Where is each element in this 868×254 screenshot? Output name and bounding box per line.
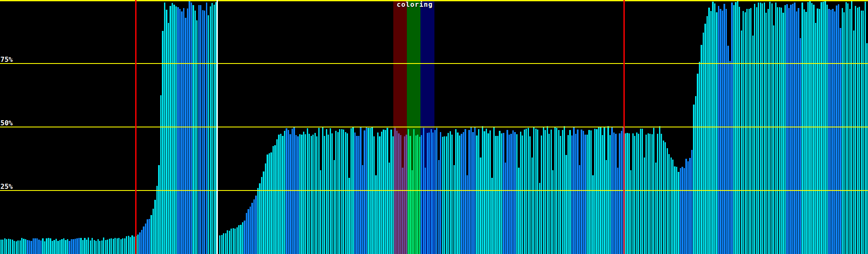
histogram-bar [183, 8, 184, 254]
histogram-bar [851, 1, 852, 254]
histogram-bar [206, 3, 207, 254]
histogram-bar [625, 133, 626, 254]
histogram-bar [765, 13, 767, 254]
histogram-bar [63, 238, 64, 254]
histogram-bar [472, 132, 473, 254]
histogram-bar [495, 136, 496, 254]
histogram-bar [282, 136, 283, 254]
histogram-bar [476, 135, 477, 254]
histogram-bar [529, 136, 531, 254]
histogram-bar [52, 241, 53, 254]
histogram-bar [21, 238, 22, 254]
histogram-bar [577, 130, 578, 254]
histogram-bar [687, 161, 689, 254]
histogram-bar [341, 129, 342, 254]
histogram-bar [609, 135, 611, 254]
histogram-bar [448, 133, 449, 254]
histogram-bar [76, 238, 78, 254]
histogram-bar [84, 238, 85, 254]
histogram-bar [242, 222, 243, 254]
marker-white-line [217, 0, 218, 254]
histogram-bar [316, 136, 317, 254]
histogram-bar [836, 6, 837, 254]
histogram-bar [223, 233, 224, 254]
histogram-bar [581, 130, 582, 254]
histogram-bar [25, 239, 26, 254]
gridline-label-25: 25% [0, 183, 13, 190]
histogram-bar [758, 3, 759, 254]
histogram-bar [571, 135, 573, 254]
histogram-bar [613, 133, 615, 254]
histogram-bar [729, 61, 731, 254]
histogram-bar [109, 239, 110, 254]
histogram-bar [548, 134, 550, 254]
histogram-bar [0, 240, 2, 254]
chart-canvas[interactable]: 75% 50% 25% coloring [0, 0, 868, 254]
histogram-bar [516, 134, 517, 254]
histogram-bar [665, 142, 666, 254]
histogram-bar [387, 128, 388, 254]
histogram-bar [143, 226, 144, 254]
histogram-bar [617, 168, 618, 254]
histogram-bar [431, 129, 432, 254]
histogram-bar [668, 154, 670, 254]
histogram-bar [191, 3, 192, 254]
histogram-bar [267, 155, 268, 254]
histogram-bar [269, 153, 270, 254]
histogram-bar [819, 9, 820, 254]
histogram-bar [777, 7, 778, 254]
histogram-bar [503, 133, 504, 254]
histogram-bar [442, 137, 443, 254]
histogram-bar [394, 128, 395, 254]
histogram-bar [99, 241, 100, 254]
histogram-bar [179, 9, 181, 254]
histogram-bar [807, 2, 809, 254]
histogram-bar [727, 46, 729, 254]
region-label: coloring [397, 1, 433, 8]
histogram-bar [809, 1, 810, 254]
histogram-bar [674, 166, 675, 254]
histogram-bar [379, 136, 380, 254]
histogram-bar [219, 235, 220, 254]
histogram-bar [526, 129, 527, 254]
histogram-bar [377, 133, 378, 254]
histogram-bar [276, 139, 278, 254]
histogram-bar [72, 239, 74, 254]
histogram-bar [720, 9, 721, 254]
histogram-bar [621, 131, 622, 254]
histogram-bar [626, 133, 628, 254]
histogram-bar [615, 134, 616, 254]
histogram-bar [375, 175, 376, 254]
histogram-bar [134, 237, 135, 254]
histogram-bar [522, 135, 523, 254]
histogram-bar [312, 135, 314, 254]
histogram-bar [225, 233, 226, 254]
histogram-bar [364, 130, 365, 254]
histogram-bar [101, 240, 103, 254]
gridline-25 [0, 190, 868, 191]
histogram-bar [358, 136, 359, 254]
histogram-bar [6, 239, 7, 254]
histogram-bar [859, 7, 860, 254]
histogram-bar [240, 225, 241, 254]
histogram-bar [487, 133, 489, 254]
histogram-bar [455, 129, 456, 254]
histogram-bar [484, 131, 485, 254]
histogram-bar [413, 129, 415, 254]
histogram-bar [390, 130, 392, 254]
histogram-bar [735, 2, 736, 254]
histogram-bar [552, 170, 554, 254]
histogram-bar [172, 3, 173, 254]
histogram-bar [339, 129, 340, 254]
histogram-bar [40, 240, 42, 254]
histogram-bar [274, 145, 275, 254]
histogram-bar [592, 175, 593, 254]
histogram-bar [575, 134, 576, 254]
histogram-bar [645, 135, 647, 254]
histogram-bar [790, 5, 791, 254]
histogram-bar [842, 8, 843, 254]
histogram-bar [311, 136, 312, 254]
histogram-bar [92, 238, 93, 254]
histogram-bar [832, 9, 833, 254]
histogram-bar [568, 135, 569, 254]
